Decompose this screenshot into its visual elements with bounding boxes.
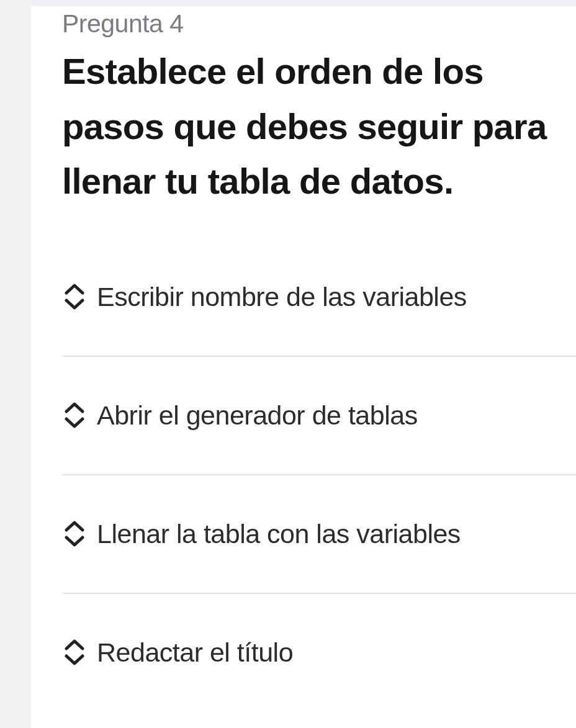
sort-handle-icon[interactable] (62, 521, 87, 547)
sort-handle-icon[interactable] (62, 639, 87, 665)
sort-handle-icon[interactable] (62, 284, 87, 310)
order-item[interactable]: Llenar la tabla con las variables (62, 475, 576, 594)
question-number-label: Pregunta 4 (62, 6, 576, 42)
question-header: Pregunta 4 Establece el orden de los pas… (31, 6, 576, 209)
order-item-text: Llenar la tabla con las variables (97, 519, 461, 549)
left-gutter (0, 0, 31, 728)
question-title: Establece el orden de los pasos que debe… (62, 44, 576, 208)
top-header-strip (31, 0, 576, 6)
order-item[interactable]: Redactar el título (62, 594, 576, 674)
question-page: Pregunta 4 Establece el orden de los pas… (0, 0, 576, 728)
order-item-text: Abrir el generador de tablas (97, 400, 418, 431)
sort-handle-icon[interactable] (62, 402, 87, 428)
order-item[interactable]: Escribir nombre de las variables (62, 276, 576, 357)
content-column: Pregunta 4 Establece el orden de los pas… (31, 0, 576, 728)
ordering-list: Escribir nombre de las variables Abrir e… (31, 276, 576, 674)
order-item-text: Escribir nombre de las variables (97, 282, 467, 312)
order-item[interactable]: Abrir el generador de tablas (62, 357, 576, 475)
order-item-text: Redactar el título (97, 637, 293, 668)
